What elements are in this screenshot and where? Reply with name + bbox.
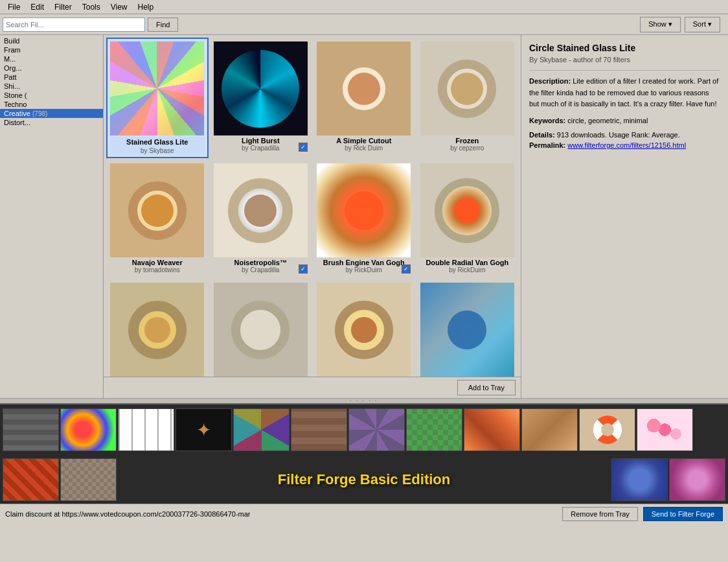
filter-grid-area: Stained Glass Lite by Skybase Light Burs… xyxy=(104,35,521,398)
bottom-bar: Claim discount at https://www.votedcoupo… xyxy=(0,504,728,523)
tray-thumb-4[interactable]: ✦ xyxy=(176,408,232,451)
tray-thumb-8[interactable] xyxy=(406,408,462,451)
filter-item-light-burst[interactable]: Light Burst by Crapadilla ✓ xyxy=(210,38,312,158)
menu-help[interactable]: Help xyxy=(133,1,159,13)
tray-thumb-12[interactable] xyxy=(637,408,693,451)
claim-text: Claim discount at https://www.votedcoupo… xyxy=(5,510,557,518)
tray-thumb-5[interactable] xyxy=(233,408,290,451)
sidebar-item-shi[interactable]: Shi... xyxy=(0,82,103,91)
menu-file[interactable]: File xyxy=(3,1,25,13)
menu-tools[interactable]: Tools xyxy=(77,1,106,13)
tray-thumb-r2-2[interactable] xyxy=(60,458,117,501)
filter-item-r12[interactable]: Filter Name 12 by author12 xyxy=(416,279,519,377)
tray-area: ✦ xyxy=(0,403,728,504)
permalink-label: Permalink: xyxy=(529,141,565,149)
tray-thumb-9[interactable] xyxy=(464,408,520,451)
filter-item-r9[interactable]: Filter Name 9 by author9 ✓ xyxy=(106,279,209,377)
tray-thumb-3[interactable] xyxy=(118,408,174,451)
menu-edit[interactable]: Edit xyxy=(25,1,49,13)
menu-filter[interactable]: Filter xyxy=(49,1,77,13)
sidebar-item-stone[interactable]: Stone ( xyxy=(0,91,103,100)
tray-thumb-r2-4[interactable] xyxy=(669,458,725,501)
tray-thumb-r2-3[interactable] xyxy=(611,458,668,501)
tray-thumb-10[interactable] xyxy=(521,408,578,451)
tray-thumb-11[interactable] xyxy=(579,408,635,451)
sidebar-item-creative[interactable]: Creative (798) xyxy=(0,109,103,118)
keywords-label: Keywords: xyxy=(529,117,565,124)
filter-item-navajo[interactable]: Navajo Weaver by tornadotwins xyxy=(106,159,209,277)
discount-banner: Filter Forge Basic Edition xyxy=(118,458,610,501)
resize-handle[interactable]: • • • • • xyxy=(0,398,728,403)
filter-title: Circle Stained Glass Lite xyxy=(529,43,720,53)
filter-item-frozen[interactable]: Frozen by cepzerro xyxy=(416,38,519,158)
tray-thumb-1[interactable] xyxy=(3,408,59,451)
keywords-text: circle, geometric, minimal xyxy=(567,117,648,124)
sidebar: Build Fram M... Org... Patt Shi... Stone… xyxy=(0,35,104,398)
tray-thumb-7[interactable] xyxy=(348,408,405,451)
sidebar-item-patt[interactable]: Patt xyxy=(0,73,103,82)
sort-button[interactable]: Sort ▾ xyxy=(685,17,720,32)
details-label: Details: xyxy=(529,131,555,139)
filter-item-r11[interactable]: Filter Name 11 by author11 xyxy=(313,279,415,377)
menubar: File Edit Filter Tools View Help xyxy=(0,0,728,14)
filter-item-brush-engine[interactable]: Brush Engine Van Gogh by RickDuim ✓ xyxy=(313,159,415,277)
desc-label: Description: xyxy=(529,77,571,85)
send-to-filter-forge-button[interactable]: Send to Filter Forge xyxy=(643,507,723,521)
filter-item-double-radial[interactable]: Double Radial Van Gogh by RickDuim xyxy=(416,159,519,277)
sidebar-item-techno[interactable]: Techno xyxy=(0,100,103,109)
filter-name: Stained Glass Lite xyxy=(110,137,205,147)
sidebar-item-fram[interactable]: Fram xyxy=(0,45,103,54)
sidebar-item-m[interactable]: M... xyxy=(0,54,103,64)
details-text: 913 downloads. Usage Rank: Average. xyxy=(557,131,680,139)
tray-thumb-2[interactable] xyxy=(60,408,117,451)
tray-thumb-6[interactable] xyxy=(291,408,347,451)
filter-item-noisetropolis[interactable]: Noisetropolis™ by Crapadilla ✓ xyxy=(210,159,312,277)
filter-item-simple-cutout[interactable]: A Simple Cutout by Rick Duim xyxy=(313,38,415,158)
info-panel: Circle Stained Glass Lite By Skybase - a… xyxy=(521,35,728,398)
search-input[interactable] xyxy=(3,18,145,32)
filter-item-r10[interactable]: Filter Name 10 by author10 xyxy=(210,279,312,377)
filter-item-stained-glass[interactable]: Stained Glass Lite by Skybase xyxy=(106,38,209,158)
find-button[interactable]: Find xyxy=(148,18,178,32)
filter-author: by Skybase xyxy=(110,147,205,154)
menu-view[interactable]: View xyxy=(106,1,133,13)
filter-author-line: By Skybase - author of 70 filters xyxy=(529,56,720,64)
remove-from-tray-button[interactable]: Remove from Tray xyxy=(562,507,637,521)
sidebar-item-org[interactable]: Org... xyxy=(0,64,103,73)
sidebar-item-distort[interactable]: Distort... xyxy=(0,118,103,127)
sidebar-item-build[interactable]: Build xyxy=(0,36,103,45)
tray-thumb-r2-1[interactable] xyxy=(3,458,59,501)
show-button[interactable]: Show ▾ xyxy=(640,17,681,32)
permalink-link[interactable]: www.filterforge.com/filters/12156.html xyxy=(567,141,686,149)
add-to-tray-button[interactable]: Add to Tray xyxy=(457,380,516,395)
